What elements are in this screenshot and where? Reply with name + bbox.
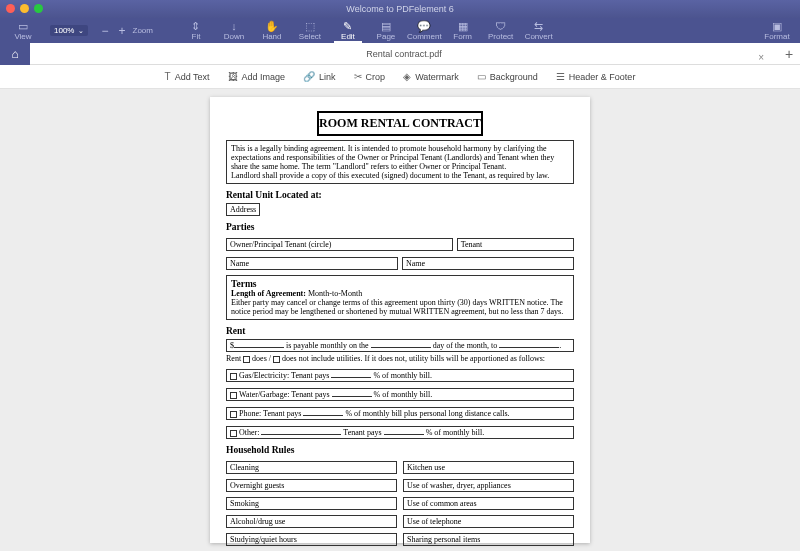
zoom-in-button[interactable]: + — [115, 24, 128, 38]
rule-item: Overnight guests — [226, 479, 397, 492]
name-field-right: Name — [402, 257, 574, 270]
loa-note: Either party may cancel or change terms … — [231, 298, 569, 316]
home-button[interactable]: ⌂ — [0, 43, 30, 65]
edit-sub-toolbar: TAdd Text 🖼Add Image 🔗Link ✂Crop ◈Waterm… — [0, 65, 800, 89]
maximize-window-button[interactable] — [34, 4, 43, 13]
zoom-control[interactable]: 100% ⌄ — [50, 25, 88, 36]
rule-item: Sharing personal items — [403, 533, 574, 546]
document-canvas[interactable]: ROOM RENTAL CONTRACT This is a legally b… — [0, 89, 800, 551]
util-gas: Gas/Electricity: Tenant pays % of monthl… — [226, 369, 574, 382]
watermark-icon: ◈ — [403, 71, 411, 82]
fit-button[interactable]: ⇕Fit — [179, 18, 213, 43]
util-other: Other: Tenant pays % of monthly bill. — [226, 426, 574, 439]
select-button[interactable]: ⬚Select — [293, 18, 327, 43]
background-button[interactable]: ▭Background — [477, 71, 538, 82]
crop-icon: ✂ — [354, 71, 362, 82]
page-button[interactable]: ▤Page — [369, 18, 403, 43]
image-icon: 🖼 — [228, 71, 238, 82]
rule-item: Use of common areas — [403, 497, 574, 510]
rental-unit-heading: Rental Unit Located at: — [226, 190, 574, 200]
minimize-window-button[interactable] — [20, 4, 29, 13]
convert-button[interactable]: ⇆Convert — [522, 18, 556, 43]
add-text-button[interactable]: TAdd Text — [165, 71, 210, 82]
owner-field: Owner/Principal Tenant (circle) — [226, 238, 453, 251]
crop-button[interactable]: ✂Crop — [354, 71, 386, 82]
window-title: Welcome to PDFelement 6 — [346, 4, 453, 14]
rules-heading: Household Rules — [226, 445, 574, 455]
tenant-field: Tenant — [457, 238, 574, 251]
watermark-button[interactable]: ◈Watermark — [403, 71, 459, 82]
util-water: Water/Garbage: Tenant pays % of monthly … — [226, 388, 574, 401]
pdf-page[interactable]: ROOM RENTAL CONTRACT This is a legally b… — [210, 97, 590, 543]
name-field-left: Name — [226, 257, 398, 270]
protect-button[interactable]: 🛡Protect — [484, 18, 518, 43]
text-icon: T — [165, 71, 171, 82]
rule-item: Kitchen use — [403, 461, 574, 474]
add-image-button[interactable]: 🖼Add Image — [228, 71, 286, 82]
link-button[interactable]: 🔗Link — [303, 71, 336, 82]
terms-heading: Terms — [231, 279, 569, 289]
rule-item: Alcohol/drug use — [226, 515, 397, 528]
link-icon: 🔗 — [303, 71, 315, 82]
close-window-button[interactable] — [6, 4, 15, 13]
rule-item: Studying/quiet hours — [226, 533, 397, 546]
zoom-label: Zoom — [133, 18, 153, 43]
main-toolbar: ▭View 100% ⌄ − + Zoom ⇕Fit ↓Down ✋Hand ⬚… — [0, 18, 800, 43]
address-field: Address — [226, 203, 260, 216]
rule-item: Smoking — [226, 497, 397, 510]
loa-value: Month-to-Month — [308, 289, 362, 298]
document-tab[interactable]: Rental contract.pdf × — [30, 49, 778, 59]
edit-button[interactable]: ✎Edit — [331, 18, 365, 43]
close-tab-button[interactable]: × — [758, 52, 764, 63]
form-button[interactable]: ▦Form — [446, 18, 480, 43]
background-icon: ▭ — [477, 71, 486, 82]
rule-item: Cleaning — [226, 461, 397, 474]
new-tab-button[interactable]: + — [778, 46, 800, 62]
window-controls — [6, 4, 43, 13]
titlebar: Welcome to PDFelement 6 — [0, 0, 800, 18]
header-footer-icon: ☰ — [556, 71, 565, 82]
header-footer-button[interactable]: ☰Header & Footer — [556, 71, 636, 82]
intro-box: This is a legally binding agreement. It … — [226, 140, 574, 184]
hand-button[interactable]: ✋Hand — [255, 18, 289, 43]
down-button[interactable]: ↓Down — [217, 18, 251, 43]
rent-amount-line: $ is payable monthly on the day of the m… — [226, 339, 574, 352]
tab-title: Rental contract.pdf — [366, 49, 442, 59]
loa-label: Length of Agreement: — [231, 289, 306, 298]
rule-item: Use of telephone — [403, 515, 574, 528]
zoom-out-button[interactable]: − — [98, 24, 111, 38]
util-phone: Phone: Tenant pays % of monthly bill plu… — [226, 407, 574, 420]
doc-title: ROOM RENTAL CONTRACT — [317, 111, 483, 136]
comment-button[interactable]: 💬Comment — [407, 18, 442, 43]
rent-heading: Rent — [226, 326, 574, 336]
parties-heading: Parties — [226, 222, 574, 232]
format-button[interactable]: ▣Format — [760, 18, 794, 43]
rent-utilities-line: Rent does / does not include utilities. … — [226, 354, 574, 363]
view-button[interactable]: ▭View — [6, 18, 40, 43]
rule-item: Use of washer, dryer, appliances — [403, 479, 574, 492]
tab-bar: ⌂ Rental contract.pdf × + — [0, 43, 800, 65]
zoom-value: 100% — [54, 26, 74, 35]
